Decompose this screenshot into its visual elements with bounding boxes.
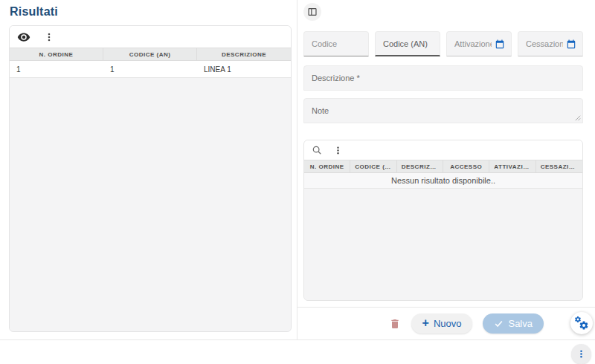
settings-gears-icon bbox=[574, 316, 589, 331]
attivazione-field-wrap bbox=[446, 31, 512, 56]
action-footer: + Nuovo Salva bbox=[298, 307, 595, 339]
results-table-header: N. ORDINE CODICE (AN) DESCRIZIONE bbox=[10, 48, 291, 61]
kebab-menu-icon bbox=[333, 146, 343, 155]
cessazione-date-input[interactable] bbox=[518, 32, 582, 56]
column-header[interactable]: CESSAZIONE bbox=[536, 160, 582, 172]
detail-panel: N. ORDINE CODICE (AN) DESCRIZIONE ACCESS… bbox=[297, 0, 595, 339]
filter-fields-row bbox=[303, 31, 583, 56]
note-textarea[interactable] bbox=[304, 99, 582, 123]
salva-button-label: Salva bbox=[508, 318, 533, 329]
results-menu-button[interactable] bbox=[44, 32, 54, 42]
results-card: N. ORDINE CODICE (AN) DESCRIZIONE 1 1 LI… bbox=[9, 25, 292, 332]
detail-results-toolbar bbox=[304, 140, 582, 160]
trash-icon bbox=[389, 318, 401, 330]
results-toolbar bbox=[10, 26, 291, 48]
check-icon bbox=[494, 319, 504, 328]
detail-results-menu-button[interactable] bbox=[333, 146, 343, 155]
plus-icon: + bbox=[422, 317, 429, 329]
nuovo-button[interactable]: + Nuovo bbox=[411, 313, 473, 334]
cell-n-ordine: 1 bbox=[10, 61, 103, 77]
results-table-body bbox=[10, 78, 291, 331]
descrizione-input[interactable] bbox=[304, 66, 582, 90]
kebab-menu-icon bbox=[44, 32, 54, 42]
eye-icon bbox=[17, 30, 30, 44]
column-header[interactable]: CODICE (AN) bbox=[103, 48, 197, 60]
delete-button[interactable] bbox=[389, 318, 401, 330]
codice-an-field-wrap bbox=[375, 31, 440, 56]
results-panel: Risultati N. ORDINE CODICE (AN) bbox=[0, 0, 297, 339]
kebab-menu-icon bbox=[576, 349, 586, 359]
table-row[interactable]: 1 1 LINEA 1 bbox=[10, 61, 291, 78]
search-button[interactable] bbox=[312, 145, 322, 155]
detail-results-card: N. ORDINE CODICE (AN) DESCRIZIONE ACCESS… bbox=[303, 140, 583, 301]
detail-table-body bbox=[304, 189, 582, 300]
empty-state-message: Nessun risultato disponibile.. bbox=[304, 173, 582, 189]
column-header[interactable]: DESCRIZIONE bbox=[397, 160, 443, 172]
detail-table-header: N. ORDINE CODICE (AN) DESCRIZIONE ACCESS… bbox=[304, 160, 582, 173]
page-title: Risultati bbox=[10, 5, 58, 19]
note-field-wrap bbox=[303, 98, 583, 123]
column-header[interactable]: ATTIVAZIONE bbox=[489, 160, 536, 172]
cell-codice-an: 1 bbox=[103, 61, 197, 77]
settings-button[interactable] bbox=[570, 312, 593, 334]
more-actions-fab[interactable] bbox=[571, 344, 591, 364]
attivazione-date-input[interactable] bbox=[447, 32, 511, 56]
salva-button[interactable]: Salva bbox=[483, 313, 544, 334]
codice-input[interactable] bbox=[304, 32, 368, 56]
descrizione-field-wrap bbox=[303, 65, 583, 91]
column-header[interactable]: N. ORDINE bbox=[10, 48, 103, 60]
visibility-button[interactable] bbox=[17, 30, 30, 44]
column-header[interactable]: DESCRIZIONE bbox=[197, 48, 291, 60]
split-view-icon bbox=[307, 7, 318, 17]
column-header[interactable]: N. ORDINE bbox=[304, 160, 350, 172]
codice-an-input[interactable] bbox=[376, 32, 440, 55]
bottom-bar bbox=[0, 339, 595, 364]
cessazione-field-wrap bbox=[518, 31, 583, 56]
split-view-button[interactable] bbox=[303, 3, 321, 21]
column-header[interactable]: CODICE (AN) bbox=[350, 160, 396, 172]
column-header[interactable]: ACCESSO bbox=[443, 160, 489, 172]
cell-descrizione: LINEA 1 bbox=[197, 61, 291, 77]
search-icon bbox=[312, 145, 322, 155]
nuovo-button-label: Nuovo bbox=[434, 318, 462, 329]
codice-field-wrap bbox=[303, 31, 369, 56]
